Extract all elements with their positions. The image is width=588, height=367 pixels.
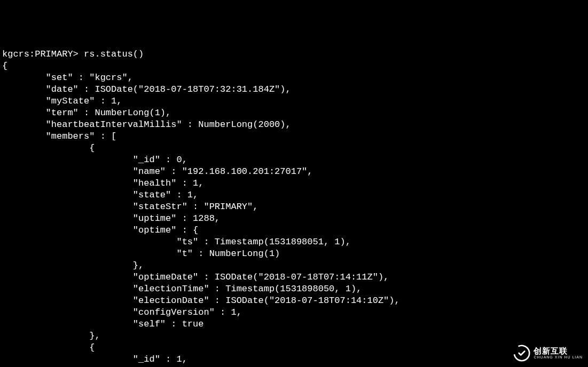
output-line: }, — [2, 331, 100, 341]
output-line: "t" : NumberLong(1) — [2, 249, 280, 259]
output-line: "self" : true — [2, 319, 203, 329]
watermark: 创新互联 CHUANG XIN HU LIAN — [513, 345, 583, 362]
output-line: { — [2, 61, 7, 71]
output-line: "members" : [ — [2, 131, 116, 141]
output-line: "ts" : Timestamp(1531898051, 1), — [2, 237, 351, 247]
output-line: "stateStr" : "PRIMARY", — [2, 202, 258, 212]
output-line: "optimeDate" : ISODate("2018-07-18T07:14… — [2, 272, 389, 282]
output-line: "set" : "kgcrs", — [2, 73, 133, 83]
watermark-main-text: 创新互联 — [534, 347, 583, 356]
output-line: "configVersion" : 1, — [2, 307, 242, 317]
output-line: { — [2, 342, 95, 353]
prompt-prefix: kgcrs:PRIMARY> — [2, 49, 84, 59]
output-line: "_id" : 1, — [2, 354, 187, 364]
output-line: { — [2, 143, 95, 153]
watermark-sub-text: CHUANG XIN HU LIAN — [534, 355, 583, 360]
output-line: "term" : NumberLong(1), — [2, 108, 171, 118]
output-line: "_id" : 0, — [2, 155, 187, 165]
output-line: "optime" : { — [2, 225, 198, 235]
terminal-output: kgcrs:PRIMARY> rs.status() { "set" : "kg… — [2, 49, 586, 367]
watermark-logo-icon — [513, 345, 530, 362]
output-line: "uptime" : 1288, — [2, 213, 220, 224]
output-line: "state" : 1, — [2, 190, 198, 200]
command-input[interactable]: rs.status() — [84, 49, 144, 59]
output-line: "date" : ISODate("2018-07-18T07:32:31.18… — [2, 84, 291, 94]
output-line: "electionDate" : ISODate("2018-07-18T07:… — [2, 296, 400, 306]
output-line: }, — [2, 260, 144, 270]
output-line: "health" : 1, — [2, 178, 203, 188]
output-line: "myState" : 1, — [2, 96, 122, 106]
output-line: "electionTime" : Timestamp(1531898050, 1… — [2, 284, 362, 294]
output-line: "heartbeatIntervalMillis" : NumberLong(2… — [2, 119, 291, 130]
output-line: "name" : "192.168.100.201:27017", — [2, 166, 313, 177]
